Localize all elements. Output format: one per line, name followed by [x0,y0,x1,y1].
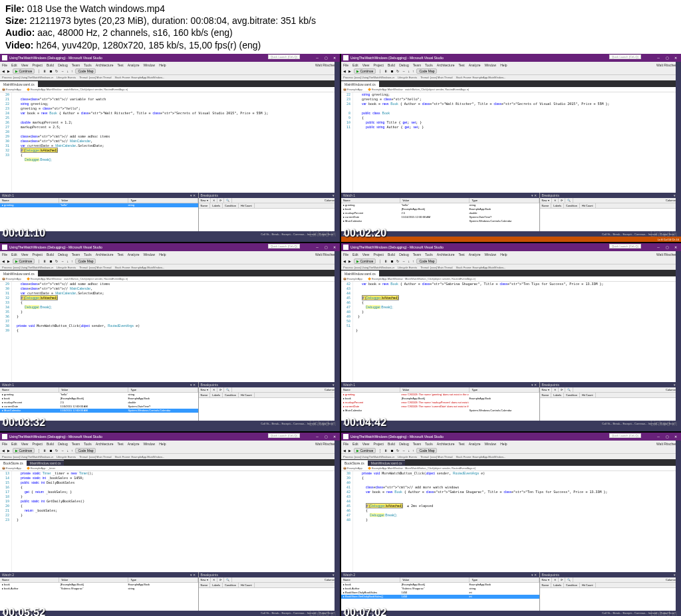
menu-help[interactable]: Help [500,253,507,257]
menu-window[interactable]: Window [484,442,496,446]
panel-tab[interactable]: Comman... [293,233,307,236]
menu-edit[interactable]: Edit [352,253,358,257]
menu-build[interactable]: Build [47,253,54,257]
codemap-button[interactable]: Code Map [416,448,437,453]
menu-project[interactable]: Project [32,63,43,67]
right-tool-strip[interactable] [676,62,681,237]
menu-window[interactable]: Window [143,253,155,257]
panel-tab[interactable]: Break... [272,422,281,425]
menu-architecture[interactable]: Architecture [96,63,114,67]
quick-launch[interactable]: Quick Launch (Ctrl+Q) [268,244,300,249]
back-button[interactable]: ◀ [343,69,346,73]
code-content[interactable]: var book = new Book { Author = class="st… [353,282,681,382]
close-button[interactable]: ✕ [331,433,338,440]
menu-build[interactable]: Build [388,63,395,67]
menu-view[interactable]: View [21,253,29,257]
maximize-button[interactable]: ▢ [323,54,329,61]
close-button[interactable]: ✕ [331,54,338,61]
continue-button[interactable]: ▶ Continue [354,258,376,264]
breadcrumb[interactable]: 📦 ExampleApp🔶 ExampleApp · _timer [0,466,340,471]
menu-test[interactable]: Test [458,442,464,446]
fwd-button[interactable]: ▶ [7,259,10,263]
minimize-button[interactable]: ─ [314,244,321,251]
breadcrumb[interactable]: 📦 ExampleApp🔶 ExampleApp.MainWindow · Mo… [341,276,681,282]
menu-build[interactable]: Build [388,253,395,257]
panel-tab[interactable]: Break... [613,233,622,236]
col-value[interactable]: Value [400,387,470,392]
fwd-button[interactable]: ▶ [7,69,10,73]
menu-team[interactable]: Team [72,442,80,446]
breadcrumb[interactable]: 📦 ExampleApp🔶 ExampleApp.MainWindow · Mo… [341,466,681,471]
menu-file[interactable]: File [343,63,348,67]
minimize-button[interactable]: ─ [314,54,321,61]
back-button[interactable]: ◀ [343,449,346,453]
right-tool-strip[interactable] [335,62,340,237]
close-button[interactable]: ✕ [672,433,679,440]
code-editor[interactable]: 3839404142434445464748 private void More… [341,471,681,571]
menu-project[interactable]: Project [373,442,384,446]
fwd-button[interactable]: ▶ [348,69,351,73]
fwd-button[interactable]: ▶ [7,449,10,453]
col-type[interactable]: Type [128,387,198,392]
menu-team[interactable]: Team [72,253,80,257]
panel-tab[interactable]: Comman... [293,422,307,425]
menu-debug[interactable]: Debug [399,442,409,446]
menu-view[interactable]: View [362,63,370,67]
quick-launch[interactable]: Quick Launch (Ctrl+Q) [609,54,641,59]
menu-build[interactable]: Build [388,442,395,446]
editor-tab[interactable]: BookStore.cs [341,460,368,466]
col-type[interactable]: Type [470,198,539,203]
menu-edit[interactable]: Edit [352,442,358,446]
right-tool-strip[interactable] [335,251,340,426]
menu-architecture[interactable]: Architecture [437,253,455,257]
right-tool-strip[interactable] [335,441,340,615]
panel-tab[interactable]: Break... [613,611,622,615]
continue-button[interactable]: ▶ Continue [13,258,35,264]
col-value[interactable]: Value [400,198,470,203]
menu-tools[interactable]: Tools [425,253,433,257]
menu-build[interactable]: Build [47,442,54,446]
bp-new[interactable]: New ▾ [199,577,211,582]
menu-edit[interactable]: Edit [11,442,17,446]
panel-tab[interactable]: Comman... [293,611,307,615]
editor-tab[interactable]: BookStore.cs [0,460,27,466]
codemap-button[interactable]: Code Map [416,258,437,264]
code-content[interactable]: private static Timer _timer = new Timer(… [12,471,340,571]
maximize-button[interactable]: ▢ [664,244,670,251]
panel-tab[interactable]: Call St... [261,422,271,425]
menu-debug[interactable]: Debug [399,63,409,67]
menu-help[interactable]: Help [159,253,166,257]
menu-help[interactable]: Help [159,63,166,67]
bp-new[interactable]: New ▾ [199,198,211,203]
back-button[interactable]: ◀ [2,69,5,73]
menu-window[interactable]: Window [484,63,496,67]
watch-row[interactable]: ▸ MainCalendarSystem.Windows.Controls.Ca… [341,219,539,223]
maximize-button[interactable]: ▢ [664,54,670,61]
panel-tab[interactable]: Excepti... [281,422,292,425]
quick-launch[interactable]: Quick Launch (Ctrl+Q) [268,54,300,59]
col-name[interactable]: Name [341,198,400,203]
menu-debug[interactable]: Debug [58,63,68,67]
panel-tab[interactable]: Break... [272,611,281,615]
col-type[interactable]: Type [470,387,539,392]
menu-project[interactable]: Project [32,442,43,446]
panel-tab[interactable]: Call St... [261,611,271,615]
back-button[interactable]: ◀ [2,259,5,263]
panel-tab[interactable]: Excepti... [622,422,633,425]
panel-tab[interactable]: Break... [272,233,281,236]
editor-tab[interactable]: MainWindow.xaml.cs [0,81,38,87]
menu-view[interactable]: View [362,253,370,257]
code-editor[interactable]: 2930313233343536373839 class=class="str"… [0,282,340,382]
code-editor[interactable]: 42434445464748495051 var book = new Book… [341,282,681,382]
menu-architecture[interactable]: Architecture [96,442,114,446]
minimize-button[interactable]: ─ [314,433,321,440]
menu-team[interactable]: Team [413,63,421,67]
menu-edit[interactable]: Edit [352,63,358,67]
menu-window[interactable]: Window [484,253,496,257]
code-editor[interactable]: 222324891011 string greeting; greeting =… [341,92,681,193]
col-type[interactable]: Type [128,198,198,203]
menu-tools[interactable]: Tools [84,63,92,67]
right-tool-strip[interactable] [676,251,681,426]
panel-tab[interactable]: Call St... [602,422,612,425]
col-name[interactable]: Name [0,387,59,392]
